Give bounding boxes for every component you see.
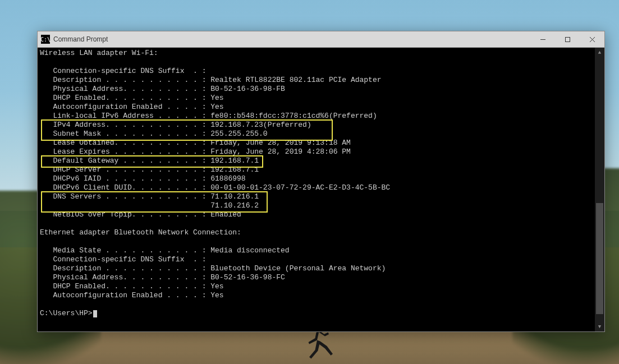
console-line xyxy=(40,219,595,228)
console-line: Description . . . . . . . . . . . : Blue… xyxy=(40,264,595,273)
cursor xyxy=(93,310,97,317)
console-line: 71.10.216.2 xyxy=(40,201,595,210)
console-line: Lease Obtained. . . . . . . . . . : Frid… xyxy=(40,139,595,148)
console-line: Media State . . . . . . . . . . . : Medi… xyxy=(40,246,595,255)
console-line: DHCP Enabled. . . . . . . . . . . : Yes xyxy=(40,94,595,103)
console-line: DHCP Server . . . . . . . . . . . : 192.… xyxy=(40,165,595,174)
console-line xyxy=(40,237,595,246)
console-line: Physical Address. . . . . . . . . : B0-5… xyxy=(40,273,595,282)
console-line: Autoconfiguration Enabled . . . . : Yes xyxy=(40,291,595,300)
console-line: Ethernet adapter Bluetooth Network Conne… xyxy=(40,228,595,237)
console-line: DNS Servers . . . . . . . . . . . : 71.1… xyxy=(40,192,595,201)
console-line: NetBIOS over Tcpip. . . . . . . . : Enab… xyxy=(40,210,595,219)
console-line: Connection-specific DNS Suffix . : xyxy=(40,255,595,264)
console-line: Default Gateway . . . . . . . . . : 192.… xyxy=(40,156,595,165)
console-prompt-line[interactable]: C:\Users\HP> xyxy=(40,309,595,318)
cmd-window: C:\ Command Prompt Wireless LAN adapter … xyxy=(37,31,605,332)
scrollbar-down-arrow-icon[interactable]: ▼ xyxy=(595,322,604,331)
minimize-button[interactable] xyxy=(530,31,555,47)
console-line: Lease Expires . . . . . . . . . . : Frid… xyxy=(40,148,595,156)
console-line xyxy=(40,300,595,309)
scrollbar-track[interactable] xyxy=(595,57,604,322)
desktop-background: C:\ Command Prompt Wireless LAN adapter … xyxy=(0,0,619,364)
vertical-scrollbar[interactable]: ▲ ▼ xyxy=(595,48,604,331)
svg-rect-2 xyxy=(565,37,570,42)
console-output[interactable]: Wireless LAN adapter Wi-Fi: Connection-s… xyxy=(38,48,595,331)
scrollbar-up-arrow-icon[interactable]: ▲ xyxy=(595,48,604,57)
console-line: DHCP Enabled. . . . . . . . . . . : Yes xyxy=(40,282,595,291)
console-line: Connection-specific DNS Suffix . : xyxy=(40,67,595,76)
console-line: Physical Address. . . . . . . . . : B0-5… xyxy=(40,85,595,94)
scrollbar-thumb[interactable] xyxy=(596,203,603,314)
console-line xyxy=(40,58,595,67)
close-button[interactable] xyxy=(580,31,604,47)
window-titlebar[interactable]: C:\ Command Prompt xyxy=(38,31,604,48)
console-line: Link-local IPv6 Address . . . . . : fe80… xyxy=(40,112,595,121)
console-line: Subnet Mask . . . . . . . . . . . : 255.… xyxy=(40,130,595,139)
cmd-icon: C:\ xyxy=(41,35,50,44)
console-line: Wireless LAN adapter Wi-Fi: xyxy=(40,49,595,58)
maximize-button[interactable] xyxy=(555,31,580,47)
console-line: DHCPv6 Client DUID. . . . . . . . : 00-0… xyxy=(40,183,595,192)
console-line: Description . . . . . . . . . . . : Real… xyxy=(40,76,595,85)
console-line: IPv4 Address. . . . . . . . . . . : 192.… xyxy=(40,121,595,130)
console-line: Autoconfiguration Enabled . . . . : Yes xyxy=(40,103,595,112)
prompt-text: C:\Users\HP> xyxy=(40,309,93,317)
console-line: DHCPv6 IAID . . . . . . . . . . . : 6188… xyxy=(40,174,595,183)
window-title: Command Prompt xyxy=(53,35,530,43)
window-client-area: Wireless LAN adapter Wi-Fi: Connection-s… xyxy=(38,48,604,331)
